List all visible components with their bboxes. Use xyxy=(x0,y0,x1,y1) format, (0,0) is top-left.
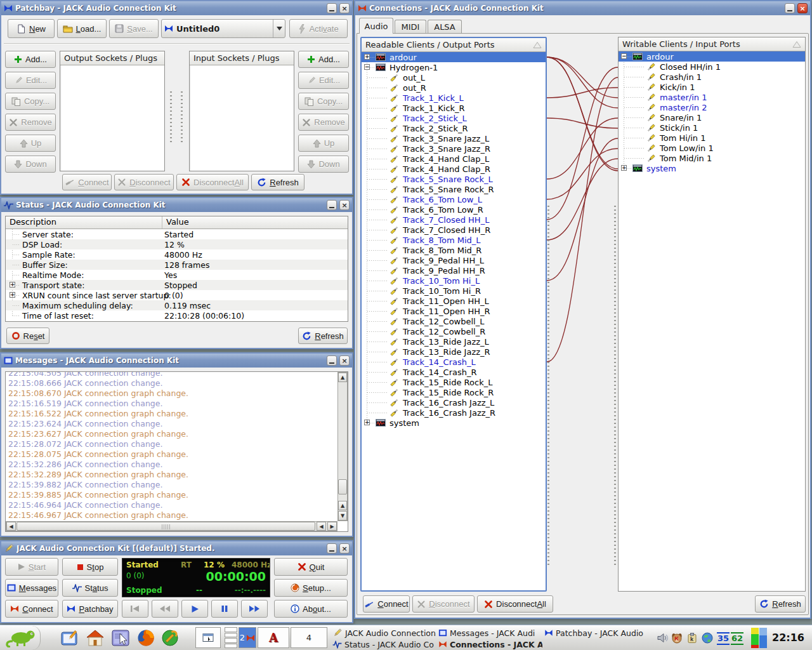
edit-button[interactable]: Edit... xyxy=(298,72,349,89)
horizontal-scrollbar[interactable]: ◀ ◀ ▶ xyxy=(6,521,337,531)
scroll-up-icon[interactable]: ▲ xyxy=(338,373,347,382)
quit-button[interactable]: Quit xyxy=(274,558,348,576)
port-row[interactable]: Track_6_Tom Low_L xyxy=(362,194,546,204)
konsole-launcher[interactable] xyxy=(110,628,131,648)
skip-start-button[interactable] xyxy=(122,600,148,618)
minimize-button[interactable] xyxy=(327,200,337,210)
patchbay-titlebar[interactable]: Patchbay - JACK Audio Connection Kit × xyxy=(1,1,352,15)
status-table-header[interactable]: Description Value xyxy=(6,216,348,229)
expand-icon[interactable]: + xyxy=(621,165,627,171)
reset-button[interactable]: Reset xyxy=(6,328,49,344)
taskbar-window-button[interactable]: Messages - JACK Audi xyxy=(438,627,542,639)
firefox-launcher[interactable] xyxy=(136,628,156,648)
klipper-tray-icon[interactable]: k xyxy=(686,632,698,644)
splitter-handle[interactable] xyxy=(614,206,616,567)
yast-launcher[interactable] xyxy=(160,628,180,648)
temperature-monitor-1[interactable]: 35 xyxy=(717,632,730,645)
port-row[interactable]: out_L xyxy=(362,72,546,83)
kde-menu-button[interactable] xyxy=(0,626,41,650)
port-row[interactable]: Track_8_Tom Mid_R xyxy=(362,245,546,255)
close-button[interactable]: × xyxy=(339,200,350,210)
save-button[interactable]: Save... xyxy=(109,19,159,38)
client-row[interactable]: +system xyxy=(619,163,805,173)
port-row[interactable]: Kick/in 1 xyxy=(619,82,805,92)
port-row[interactable]: Track_4_Hand Clap_R xyxy=(362,164,546,174)
activate-button[interactable]: Activate xyxy=(289,19,348,38)
stop-button[interactable]: Stop xyxy=(62,558,118,576)
copy-button[interactable]: Copy... xyxy=(5,93,56,110)
port-row[interactable]: Closed HH/in 1 xyxy=(619,62,805,72)
speaker-tray-icon[interactable] xyxy=(657,632,669,644)
status-row[interactable]: Sample Rate:48000 Hz xyxy=(6,249,348,260)
combo-dropdown-arrow-icon[interactable] xyxy=(273,20,282,37)
refresh-button[interactable]: Refresh xyxy=(755,595,806,613)
disconnectall-button[interactable]: DisconnectAll xyxy=(477,595,553,613)
port-row[interactable]: Track_10_Tom Hi_L xyxy=(362,275,546,286)
status-row[interactable]: DSP Load:12 % xyxy=(6,239,348,249)
scroll-left-icon[interactable]: ◀ xyxy=(317,522,326,531)
port-row[interactable]: Tom Hi/in 1 xyxy=(619,133,805,143)
pause-button[interactable] xyxy=(211,600,238,618)
connect-button[interactable]: Connect xyxy=(62,174,112,190)
port-row[interactable]: Track_1_Kick_L xyxy=(362,93,546,103)
up-button[interactable]: Up xyxy=(298,135,349,152)
status-row[interactable]: +XRUN count since last server startup:0 … xyxy=(6,290,348,300)
dog-tray-icon[interactable]: K xyxy=(671,632,683,644)
refresh-button[interactable]: Refresh xyxy=(251,174,304,190)
scroll-up-icon[interactable]: ▲ xyxy=(338,501,347,510)
load-button[interactable]: Load... xyxy=(57,19,107,38)
expand-icon[interactable]: − xyxy=(621,53,627,59)
status-row[interactable]: Realtime Mode:Yes xyxy=(6,270,348,280)
port-row[interactable]: Track_9_Pedal HH_L xyxy=(362,255,546,265)
port-row[interactable]: Track_2_Stick_L xyxy=(362,113,546,123)
port-row[interactable]: Track_5_Snare Rock_R xyxy=(362,184,546,194)
copy-button[interactable]: Copy... xyxy=(298,93,349,110)
start-button[interactable]: Start xyxy=(5,558,58,576)
status-row[interactable]: Buffer Size:128 frames xyxy=(6,260,348,270)
port-row[interactable]: Track_15_Ride Rock_R xyxy=(362,387,546,397)
port-row[interactable]: Track_14_Crash_L xyxy=(362,357,546,367)
close-button[interactable]: × xyxy=(339,543,350,554)
minimize-button[interactable] xyxy=(327,3,337,13)
port-row[interactable]: Track_12_Cowbell_L xyxy=(362,316,546,326)
minimize-button[interactable] xyxy=(327,355,337,366)
remove-button[interactable]: Remove xyxy=(298,114,349,131)
preset-combobox[interactable]: Untitled0 xyxy=(161,19,285,38)
port-row[interactable]: Crash/in 1 xyxy=(619,72,805,82)
disconnect-button[interactable]: Disconnect xyxy=(412,595,475,613)
rewind-button[interactable] xyxy=(152,600,178,618)
patchbay-button[interactable]: Patchbay xyxy=(62,600,118,618)
port-row[interactable]: Snare/in 1 xyxy=(619,112,805,123)
status-button[interactable]: Status xyxy=(62,579,118,597)
port-row[interactable]: Track_10_Tom Hi_R xyxy=(362,286,546,296)
taskbar-window-button[interactable]: Status - JACK Audio Co xyxy=(332,639,436,650)
port-row[interactable]: Tom Low/in 1 xyxy=(619,143,805,153)
down-button[interactable]: Down xyxy=(298,156,349,173)
new-button[interactable]: New xyxy=(8,19,55,38)
splitter-handle[interactable] xyxy=(547,206,549,567)
main-titlebar[interactable]: JACK Audio Connection Kit [(default)] St… xyxy=(1,541,352,555)
window-stack-applet[interactable] xyxy=(225,627,237,648)
scrollbar-thumb[interactable] xyxy=(338,479,347,494)
output-sockets-list[interactable]: Output Sockets / Plugs xyxy=(60,51,165,171)
globe-tray-icon[interactable] xyxy=(702,632,713,644)
port-row[interactable]: Track_3_Snare Jazz_R xyxy=(362,143,546,154)
connect-button[interactable]: Connect xyxy=(5,600,58,618)
setup-button[interactable]: Setup... xyxy=(274,579,348,597)
port-row[interactable]: Track_6_Tom Low_R xyxy=(362,204,546,215)
status-row[interactable]: Time of last reset:22:10:28 (00:06:10) xyxy=(6,310,348,321)
port-row[interactable]: Track_7_Closed HH_R xyxy=(362,225,546,235)
status-row[interactable]: Maximum scheduling delay:0.119 msec xyxy=(6,300,348,310)
port-row[interactable]: Track_2_Stick_R xyxy=(362,123,546,133)
tab-alsa[interactable]: ALSA xyxy=(428,20,462,34)
play-button[interactable] xyxy=(181,600,208,618)
disconnectall-button[interactable]: DisconnectAll xyxy=(176,174,249,190)
kwrite-launcher[interactable] xyxy=(60,628,80,648)
client-row[interactable]: +system xyxy=(362,418,546,428)
add-button[interactable]: Add... xyxy=(5,51,56,68)
port-row[interactable]: Track_3_Snare Jazz_L xyxy=(362,133,546,143)
pager-desktop-1[interactable] xyxy=(195,627,221,648)
scroll-right-icon[interactable]: ▶ xyxy=(327,522,337,531)
messages-titlebar[interactable]: Messages - JACK Audio Connection Kit × xyxy=(1,354,352,368)
taskbar-window-button[interactable]: Connections - JACK A xyxy=(438,639,542,650)
